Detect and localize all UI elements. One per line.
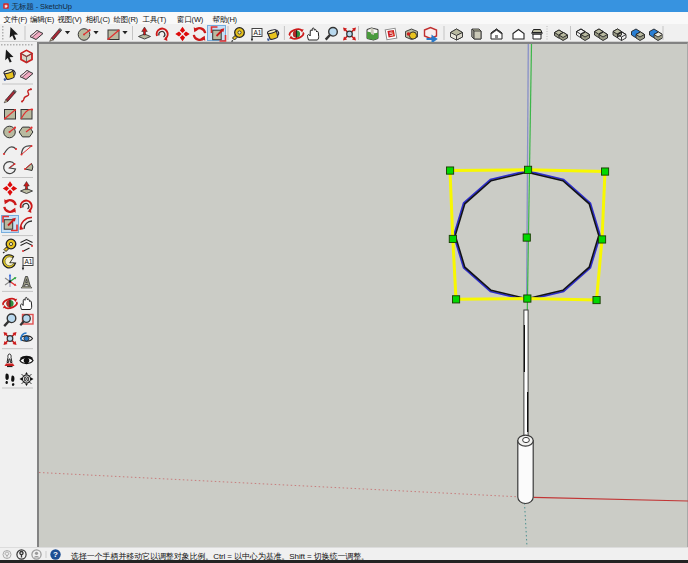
svg-text:?: ? xyxy=(53,550,58,559)
